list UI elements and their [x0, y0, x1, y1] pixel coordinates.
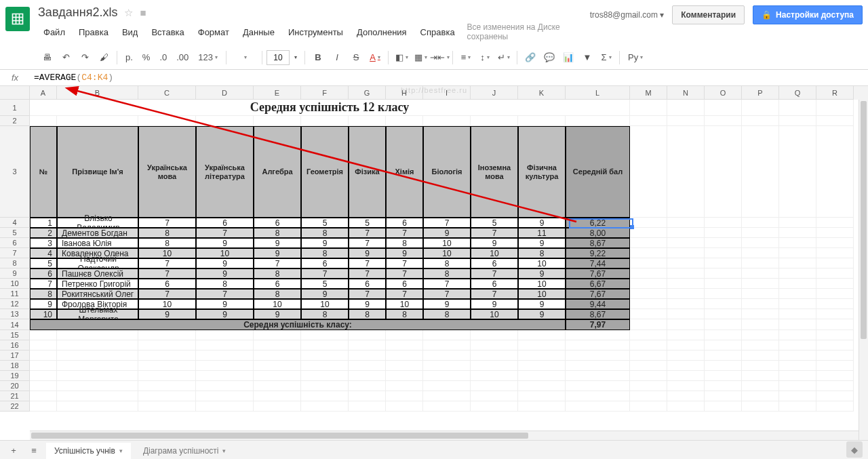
- cell[interactable]: [566, 361, 630, 371]
- col-header[interactable]: N: [667, 86, 705, 100]
- paint-format-icon[interactable]: 🖌: [95, 49, 113, 66]
- cell[interactable]: [423, 340, 471, 351]
- cell[interactable]: Українська мова: [138, 126, 196, 218]
- cell[interactable]: [705, 391, 742, 401]
- cell[interactable]: 9: [518, 299, 566, 309]
- cell[interactable]: [742, 218, 779, 228]
- cell[interactable]: 8: [301, 248, 349, 258]
- cell[interactable]: [779, 391, 816, 401]
- cell[interactable]: 8: [138, 228, 196, 238]
- cell[interactable]: [779, 330, 816, 340]
- cell[interactable]: [742, 371, 779, 381]
- cell[interactable]: [301, 351, 349, 361]
- font-size[interactable]: 10: [267, 50, 290, 65]
- title-cell[interactable]: Середня успішність 12 класу: [30, 100, 630, 116]
- row-header[interactable]: 5: [0, 228, 30, 238]
- cell[interactable]: [705, 381, 742, 391]
- cell[interactable]: [779, 289, 816, 299]
- cell[interactable]: [779, 248, 816, 258]
- cell[interactable]: [254, 371, 301, 381]
- cell[interactable]: 9: [423, 228, 471, 238]
- cell[interactable]: 8: [30, 289, 57, 299]
- cell[interactable]: [254, 351, 301, 361]
- menu-addons[interactable]: Дополнения: [351, 24, 412, 40]
- dec-increase[interactable]: .00: [172, 49, 193, 66]
- cell[interactable]: [816, 351, 854, 361]
- borders-icon[interactable]: ▦: [412, 49, 429, 66]
- cell[interactable]: [349, 391, 386, 401]
- cell[interactable]: [742, 279, 779, 289]
- currency-format[interactable]: р.: [121, 49, 137, 66]
- cell[interactable]: 10: [518, 289, 566, 299]
- menu-data[interactable]: Данные: [237, 24, 280, 40]
- cell[interactable]: [138, 340, 196, 351]
- cell[interactable]: [57, 371, 138, 381]
- cell[interactable]: [423, 361, 471, 371]
- cell[interactable]: 7: [138, 289, 196, 299]
- cell[interactable]: [471, 361, 518, 371]
- cell[interactable]: [667, 116, 705, 126]
- cell[interactable]: [667, 330, 705, 340]
- cell[interactable]: 9: [254, 309, 301, 319]
- cell[interactable]: [705, 279, 742, 289]
- explore-button[interactable]: ◆: [846, 441, 863, 458]
- cell[interactable]: [705, 371, 742, 381]
- cell[interactable]: [667, 268, 705, 279]
- cell[interactable]: 6: [138, 279, 196, 289]
- cell[interactable]: [667, 228, 705, 238]
- strike-icon[interactable]: S: [347, 49, 365, 66]
- input-tools[interactable]: Ру: [624, 49, 647, 66]
- row-header[interactable]: 13: [0, 309, 30, 319]
- select-all-corner[interactable]: [0, 86, 30, 100]
- cell[interactable]: [471, 116, 518, 126]
- cell[interactable]: 7: [349, 238, 386, 248]
- cell[interactable]: [196, 401, 254, 412]
- cell[interactable]: [779, 279, 816, 289]
- cell[interactable]: [196, 381, 254, 391]
- cell[interactable]: [57, 330, 138, 340]
- cell[interactable]: [518, 340, 566, 351]
- cell[interactable]: 2: [30, 228, 57, 238]
- cell[interactable]: [742, 330, 779, 340]
- cell[interactable]: [779, 268, 816, 279]
- cell[interactable]: [630, 371, 667, 381]
- cell[interactable]: [30, 401, 57, 412]
- cell[interactable]: [349, 381, 386, 391]
- cell[interactable]: 10: [138, 248, 196, 258]
- undo-icon[interactable]: ↶: [57, 49, 75, 66]
- cell[interactable]: [630, 116, 667, 126]
- cell[interactable]: 8: [518, 248, 566, 258]
- cell[interactable]: [816, 309, 854, 319]
- cell[interactable]: [705, 248, 742, 258]
- cell[interactable]: [816, 279, 854, 289]
- cell[interactable]: 8: [423, 268, 471, 279]
- cell[interactable]: [705, 299, 742, 309]
- cell[interactable]: 6: [386, 279, 423, 289]
- cell[interactable]: [471, 381, 518, 391]
- cell[interactable]: Штельмах Маргарита: [57, 309, 138, 319]
- cell[interactable]: [423, 330, 471, 340]
- redo-icon[interactable]: ↷: [76, 49, 94, 66]
- cell[interactable]: 9: [254, 248, 301, 258]
- row-header[interactable]: 16: [0, 340, 30, 351]
- cell[interactable]: [705, 289, 742, 299]
- cell[interactable]: [423, 381, 471, 391]
- cell[interactable]: 7: [349, 258, 386, 268]
- cell[interactable]: [301, 361, 349, 371]
- cell[interactable]: [742, 309, 779, 319]
- cell[interactable]: 7: [138, 258, 196, 268]
- cell[interactable]: [667, 340, 705, 351]
- cell[interactable]: [349, 361, 386, 371]
- cell[interactable]: 6: [471, 258, 518, 268]
- cell[interactable]: [630, 319, 667, 330]
- col-header[interactable]: H: [386, 86, 423, 100]
- cell[interactable]: Іванова Юлія: [57, 238, 138, 248]
- cell[interactable]: [566, 371, 630, 381]
- cell[interactable]: [816, 319, 854, 330]
- cell[interactable]: [630, 238, 667, 248]
- col-header[interactable]: R: [816, 86, 854, 100]
- cell[interactable]: [779, 100, 816, 116]
- cell[interactable]: [138, 391, 196, 401]
- row-header[interactable]: 3: [0, 126, 30, 218]
- cell[interactable]: [57, 361, 138, 371]
